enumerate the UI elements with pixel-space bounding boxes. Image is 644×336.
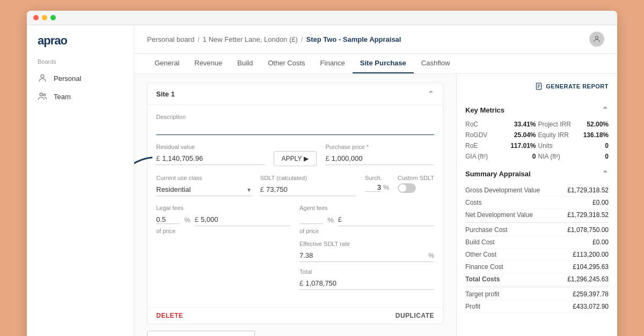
tab-finance[interactable]: Finance <box>313 54 353 73</box>
metric-rogdv: RoGDV 25.04% <box>465 131 536 139</box>
residual-value-input[interactable] <box>162 154 265 162</box>
report-icon <box>535 83 543 90</box>
svg-point-1 <box>40 93 42 96</box>
sidebar: aprao Boards Personal Team ? <box>27 25 134 336</box>
main-content: Personal board / 1 New Fetter Lane, Lond… <box>134 25 617 336</box>
build-cost-value: £0.00 <box>592 238 609 246</box>
of-price-label2: of price <box>299 228 434 234</box>
finance-cost-label: Finance Cost <box>465 263 503 271</box>
collapse-button[interactable]: ⌃ <box>428 89 434 98</box>
tab-other-costs[interactable]: Other Costs <box>260 54 312 73</box>
project-irr-label: Project IRR <box>538 121 571 128</box>
delete-button[interactable]: DELETE <box>156 312 183 319</box>
total-label: Total <box>299 268 434 275</box>
agent-fees-pct-input[interactable] <box>299 215 323 224</box>
breadcrumb-project[interactable]: 1 New Fetter Lane, London (£) <box>203 35 298 43</box>
sdlt-input[interactable] <box>266 185 356 193</box>
surcharge-label: Surch. <box>365 175 389 181</box>
units-value: 0 <box>605 142 609 150</box>
sidebar-item-team[interactable]: Team <box>27 87 134 106</box>
agent-fees-amount-input[interactable] <box>344 215 434 223</box>
site-card: Site 1 ⌃ Description <box>147 83 443 324</box>
target-profit-label: Target profit <box>465 290 499 298</box>
generate-report-button[interactable]: GENERATE REPORT <box>535 83 609 90</box>
total-costs-label: Total Costs <box>465 275 500 283</box>
purchase-price-input[interactable] <box>332 154 434 162</box>
breadcrumb: Personal board / 1 New Fetter Lane, Lond… <box>147 35 401 43</box>
description-label: Description <box>156 114 434 120</box>
use-class-label: Current use class <box>156 175 252 181</box>
fees-row: Legal fees % £ <box>156 205 434 290</box>
project-irr-value: 52.00% <box>587 121 609 128</box>
tab-site-purchase[interactable]: Site Purchase <box>353 54 414 73</box>
svg-point-2 <box>43 94 46 96</box>
purchase-cost-value: £1,078,750.00 <box>567 226 609 234</box>
total-input[interactable] <box>305 279 434 287</box>
purchase-prefix: £ <box>325 154 329 162</box>
surcharge-pct: % <box>383 184 389 191</box>
finance-cost-value: £104,295.63 <box>573 263 609 271</box>
avatar[interactable] <box>589 32 604 47</box>
metric-gia: GIA (ft²) 0 <box>465 153 536 160</box>
nia-label: NIA (ft²) <box>538 153 560 160</box>
residual-value-col: Residual value £ <box>156 144 265 165</box>
use-class-col: Current use class Residential Commercial… <box>156 175 252 196</box>
roc-value: 33.41% <box>514 121 536 128</box>
custom-sdlt-toggle-wrapper <box>398 183 434 193</box>
roe-label: RoE <box>465 142 478 150</box>
apply-button[interactable]: APPLY ▶ <box>274 151 317 166</box>
metric-nia: NIA (ft²) 0 <box>538 153 609 160</box>
summary-appraisal-header: Summary Appraisal ⌃ <box>465 169 609 179</box>
tab-build[interactable]: Build <box>230 54 260 73</box>
legal-fees-amount-input[interactable] <box>201 215 291 223</box>
custom-sdlt-label: Custom SDLT <box>398 175 434 181</box>
person-icon <box>38 73 47 83</box>
apply-btn-col: APPLY ▶ <box>274 144 317 166</box>
surcharge-col: Surch. % <box>365 175 389 192</box>
duplicate-button[interactable]: DUPLICATE <box>396 312 434 319</box>
summary-appraisal-title: Summary Appraisal <box>465 170 531 178</box>
appraisal-row-finance-cost: Finance Cost £104,295.63 <box>465 261 609 273</box>
effective-sdlt-input[interactable] <box>299 251 426 259</box>
custom-sdlt-toggle[interactable] <box>398 183 416 193</box>
metrics-grid: RoC 33.41% Project IRR 52.00% RoGDV 25.0… <box>465 121 609 160</box>
logo: aprao <box>27 34 134 58</box>
purchase-cost-label: Purchase Cost <box>465 226 508 234</box>
legal-fees-pct-input[interactable] <box>156 215 180 224</box>
equity-irr-label: Equity IRR <box>538 131 569 139</box>
description-input[interactable] <box>156 122 434 135</box>
team-icon <box>38 92 47 101</box>
topbar: Personal board / 1 New Fetter Lane, Lond… <box>134 25 617 54</box>
total-costs-value: £1,296,245.63 <box>567 275 609 283</box>
sidebar-item-personal[interactable]: Personal <box>27 69 134 87</box>
units-label: Units <box>538 142 553 150</box>
metric-roe: RoE 117.01% <box>465 142 536 150</box>
metric-units: Units 0 <box>538 142 609 150</box>
tab-revenue[interactable]: Revenue <box>187 54 230 73</box>
tab-cashflow[interactable]: Cashflow <box>414 54 457 73</box>
costs-value: £0.00 <box>592 199 609 206</box>
appraisal-collapse-icon[interactable]: ⌃ <box>602 169 609 179</box>
residual-prefix: £ <box>156 154 160 162</box>
other-cost-label: Other Cost <box>465 251 496 258</box>
effective-sdlt-pct: % <box>428 252 434 259</box>
summary-appraisal-section: Summary Appraisal ⌃ Gross Development Va… <box>465 169 609 313</box>
appraisal-rows: Gross Development Value £1,729,318.52 Co… <box>465 184 609 313</box>
tab-general[interactable]: General <box>147 54 187 73</box>
use-class-select[interactable]: Residential Commercial Mixed Use <box>156 183 252 196</box>
ndv-label: Net Development Value <box>465 211 533 219</box>
rogdv-value: 25.04% <box>514 131 536 139</box>
add-purchase-element-button[interactable]: ADD PURCHASE ELEMENT <box>147 331 255 336</box>
metrics-collapse-icon[interactable]: ⌃ <box>602 105 609 115</box>
agent-fees-label: Agent fees <box>299 205 434 211</box>
breadcrumb-personal[interactable]: Personal board <box>147 35 194 43</box>
roe-value: 117.01% <box>510 142 536 150</box>
legal-pct-symbol: % <box>184 216 191 224</box>
card-footer: DELETE DUPLICATE <box>148 307 443 324</box>
toggle-knob <box>399 184 406 192</box>
sdlt-label: SDLT (calculated) <box>260 175 356 181</box>
surcharge-input[interactable] <box>365 183 381 192</box>
gdv-label: Gross Development Value <box>465 186 540 194</box>
legal-fees-prefix: £ <box>195 215 199 223</box>
build-cost-label: Build Cost <box>465 238 495 246</box>
